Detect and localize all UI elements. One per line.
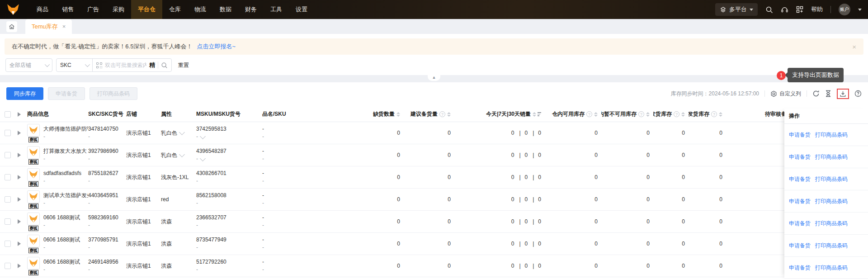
sort-icon[interactable] (646, 112, 650, 117)
shop-select[interactable]: 全部店铺 (5, 58, 52, 72)
account-avatar[interactable]: 账户 (839, 4, 850, 15)
request-stock-link[interactable]: 申请备货 (789, 242, 811, 250)
product-title-link[interactable]: 打算撒发大水放大 (43, 147, 87, 155)
product-image[interactable] (27, 146, 40, 159)
fox-logo-icon[interactable] (6, 3, 20, 16)
request-stock-link[interactable]: 申请备货 (789, 198, 811, 205)
refresh-icon[interactable] (812, 90, 820, 97)
product-image[interactable] (27, 190, 40, 203)
help-icon[interactable]: ? (638, 111, 644, 117)
product-image[interactable] (27, 168, 40, 181)
search-icon[interactable] (765, 6, 773, 14)
platform-switcher[interactable]: 多平台 (715, 3, 758, 16)
request-stock-link[interactable]: 申请备货 (789, 175, 811, 183)
product-image[interactable] (27, 213, 40, 225)
product-title-link[interactable]: 测试单大范德萨发生 (43, 192, 88, 199)
search-submit-icon[interactable] (161, 62, 168, 69)
product-title-link[interactable]: 0606 1688测试 (43, 258, 80, 266)
row-checkbox[interactable] (5, 218, 11, 225)
help-link[interactable]: 帮助 (811, 5, 823, 14)
row-checkbox[interactable] (5, 130, 11, 136)
account-chevron-down-icon[interactable] (858, 9, 862, 11)
product-title-link[interactable]: 0606 1688测试 (43, 214, 80, 222)
request-stock-link[interactable]: 申请备货 (789, 131, 811, 139)
question-help-icon[interactable] (854, 90, 862, 97)
print-barcode-link[interactable]: 打印商品条码 (815, 175, 848, 183)
export-download-button[interactable] (837, 89, 849, 99)
row-checkbox[interactable] (5, 196, 11, 203)
sort-icon[interactable] (396, 112, 400, 117)
nav-item-4[interactable]: 平台仓 (131, 0, 162, 19)
nav-item-3[interactable]: 采购 (106, 0, 131, 19)
select-all-checkbox[interactable] (5, 111, 11, 118)
request-stock-link[interactable]: 申请备货 (789, 264, 811, 272)
nav-item-5[interactable]: 仓库 (162, 0, 188, 19)
search-input[interactable]: 双击可批量搜索内容 精 (93, 59, 171, 71)
hourglass-clear-filter-icon[interactable] (825, 90, 831, 97)
attribute-chevron-down-icon[interactable] (179, 151, 185, 157)
row-expand-icon[interactable] (18, 175, 21, 180)
product-image[interactable] (27, 257, 40, 270)
request-stock-link[interactable]: 申请备货 (789, 153, 811, 161)
sort-icon[interactable] (594, 112, 598, 117)
home-tab-button[interactable] (6, 21, 17, 32)
tab-temu-inventory[interactable]: Temu库存 × (25, 19, 72, 34)
nav-item-10[interactable]: 设置 (289, 0, 314, 19)
apps-grid-icon[interactable] (796, 6, 803, 13)
row-checkbox[interactable] (5, 263, 11, 269)
search-type-select[interactable]: SKC (57, 59, 93, 71)
row-expand-icon[interactable] (18, 153, 21, 157)
sort-list-icon[interactable] (533, 112, 541, 117)
print-barcode-link[interactable]: 打印商品条码 (815, 242, 848, 250)
promo-banner-link[interactable]: 点击立即报名~ (197, 43, 236, 51)
row-expand-icon[interactable] (18, 264, 21, 268)
customize-columns-button[interactable]: 自定义列 (770, 90, 801, 98)
row-expand-icon[interactable] (18, 197, 21, 202)
help-icon[interactable]: ? (674, 111, 679, 117)
product-image[interactable] (27, 124, 40, 137)
row-checkbox[interactable] (5, 174, 11, 180)
row-checkbox[interactable] (5, 241, 11, 247)
product-title-link[interactable]: 0606 1688测试 (43, 236, 80, 244)
nav-item-9[interactable]: 工具 (264, 0, 289, 19)
row-checkbox[interactable] (5, 152, 11, 158)
product-title-link[interactable]: sdfadfasdfadsfs (43, 170, 81, 177)
request-stock-link[interactable]: 申请备货 (789, 220, 811, 227)
print-barcode-link[interactable]: 打印商品条码 (815, 131, 848, 139)
print-barcode-link[interactable]: 打印商品条码 (815, 220, 848, 227)
msku-chevron-down-icon[interactable] (200, 133, 206, 139)
nav-item-6[interactable]: 物流 (188, 0, 213, 19)
tab-close-icon[interactable]: × (62, 23, 66, 30)
banner-close-icon[interactable]: × (852, 43, 856, 51)
row-expand-icon[interactable] (18, 241, 21, 246)
help-icon[interactable]: ? (439, 111, 445, 117)
nav-item-8[interactable]: 财务 (238, 0, 264, 19)
sort-icon[interactable] (447, 112, 451, 117)
attribute-chevron-down-icon[interactable] (179, 129, 185, 135)
sort-icon[interactable] (681, 112, 685, 117)
sort-icon[interactable] (719, 112, 722, 117)
print-barcode-link[interactable]: 打印商品条码 (815, 153, 848, 161)
expand-all-icon[interactable] (18, 112, 21, 117)
nav-item-2[interactable]: 广告 (80, 0, 106, 19)
product-title-link[interactable]: 大师傅撒范德萨防守... (43, 125, 88, 133)
row-expand-icon[interactable] (18, 219, 21, 224)
nav-item-7[interactable]: 数据 (213, 0, 238, 19)
row-expand-icon[interactable] (18, 131, 21, 135)
product-image[interactable] (27, 235, 40, 247)
print-barcode-button[interactable]: 打印商品条码 (90, 87, 137, 100)
print-barcode-link[interactable]: 打印商品条码 (815, 264, 848, 272)
sync-inventory-button[interactable]: 同步库存 (6, 87, 43, 100)
batch-search-icon[interactable] (96, 62, 102, 68)
help-icon[interactable]: ? (586, 111, 592, 117)
reset-button[interactable]: 重置 (178, 61, 189, 69)
exact-match-toggle[interactable]: 精 (149, 61, 155, 69)
help-icon[interactable]: ? (711, 111, 717, 117)
request-stock-button[interactable]: 申请备货 (48, 87, 85, 100)
collapse-filter-button[interactable]: ▲ (428, 75, 440, 81)
nav-item-0[interactable]: 商品 (30, 0, 55, 19)
headset-icon[interactable] (781, 6, 788, 14)
nav-item-1[interactable]: 销售 (55, 0, 80, 19)
msku-chevron-down-icon[interactable] (200, 156, 206, 161)
print-barcode-link[interactable]: 打印商品条码 (815, 198, 848, 205)
